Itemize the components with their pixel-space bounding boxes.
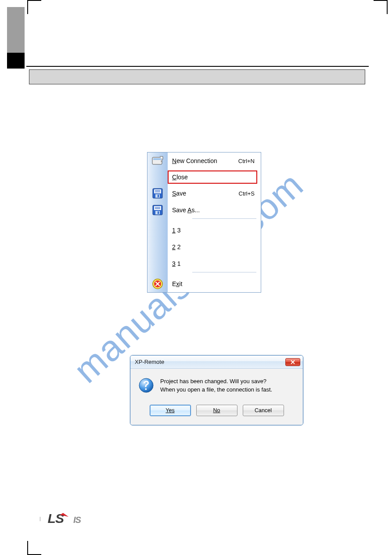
menu-item-close[interactable]: Close (147, 169, 261, 185)
menu-label: 1 3 (172, 227, 180, 234)
menu-item-recent-2[interactable]: 2 2 (147, 239, 261, 255)
file-menu: New Connection Ctrl+N Close Save Ctrl+S (147, 152, 261, 293)
confirm-dialog: XP-Remote Project has (130, 355, 303, 425)
menu-item-new-connection[interactable]: New Connection Ctrl+N (147, 152, 261, 169)
menu-label: Save As... (172, 207, 200, 214)
svg-rect-5 (155, 192, 160, 192)
crop-mark (27, 541, 28, 555)
dialog-titlebar[interactable]: XP-Remote (130, 355, 303, 369)
menu-item-exit[interactable]: Exit (147, 276, 261, 292)
dialog-message: Project has been changed. Will you save?… (160, 377, 272, 394)
menu-label: Save (172, 190, 186, 197)
crop-mark (27, 0, 41, 1)
svg-point-17 (145, 388, 147, 390)
svg-rect-11 (155, 208, 160, 209)
question-icon (138, 377, 154, 393)
close-highlight-box: Close (168, 170, 257, 184)
svg-rect-10 (155, 207, 160, 207)
menu-shortcut: Ctrl+S (239, 190, 261, 197)
close-icon (290, 360, 295, 364)
svg-rect-1 (153, 158, 161, 160)
menu-label: 3 1 (172, 260, 180, 267)
svg-rect-13 (158, 211, 159, 214)
margin-gray-block (7, 7, 25, 60)
svg-rect-4 (155, 190, 160, 191)
exit-icon (152, 278, 163, 290)
menu-separator (192, 272, 256, 272)
header-rule (26, 66, 369, 67)
svg-rect-3 (154, 189, 161, 193)
menu-label: New Connection (172, 157, 217, 164)
menu-shortcut: Ctrl+N (238, 158, 261, 164)
new-connection-icon (152, 156, 163, 166)
footer-logo: | LSIS (40, 511, 81, 526)
header-gray-bar (29, 69, 365, 84)
save-as-icon (152, 204, 163, 216)
menu-item-recent-3[interactable]: 3 1 (147, 255, 261, 272)
menu-label: Close (172, 174, 188, 181)
crop-mark (374, 0, 388, 1)
menu-item-save[interactable]: Save Ctrl+S (147, 185, 261, 202)
menu-label: 2 2 (172, 243, 180, 250)
margin-black-block (7, 53, 25, 69)
save-icon (152, 188, 163, 199)
no-button[interactable]: No (196, 405, 237, 416)
cancel-button[interactable]: Cancel (243, 405, 284, 416)
menu-separator (192, 218, 256, 219)
menu-item-save-as[interactable]: Save As... (147, 202, 261, 218)
svg-rect-7 (158, 195, 159, 197)
crop-mark (387, 0, 388, 14)
crop-mark (27, 0, 28, 14)
dialog-close-button[interactable] (285, 358, 300, 366)
svg-rect-9 (154, 206, 161, 210)
dialog-title-text: XP-Remote (135, 359, 285, 365)
menu-label: Exit (172, 280, 182, 287)
menu-item-recent-1[interactable]: 1 3 (147, 222, 261, 239)
yes-button[interactable]: Yes (150, 405, 191, 416)
